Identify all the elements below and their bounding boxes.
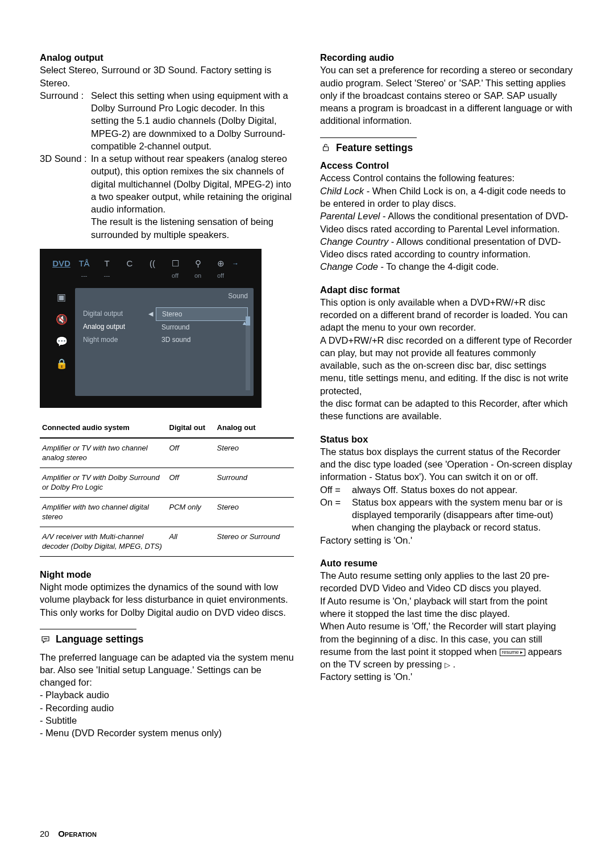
osd-tab: ☐	[164, 258, 186, 269]
label-child-lock: Child Lock	[320, 186, 364, 196]
heading-recording-audio: Recording audio	[320, 51, 574, 64]
heading-feature: Feature settings	[336, 141, 413, 155]
speech-bubble-icon	[40, 634, 51, 645]
label-on: On =	[320, 496, 352, 534]
osd-option: 3D sound	[156, 333, 248, 346]
list-item: Menu (DVD Recorder system menus only)	[40, 727, 294, 739]
text-access-intro: Access Control contains the following fe…	[320, 172, 574, 184]
label-3dsound: 3D Sound :	[40, 152, 91, 241]
svg-point-0	[44, 639, 44, 639]
section-language-settings: Language settings	[40, 629, 294, 646]
text-3dsound-2: The result is the listening sensation of…	[91, 216, 273, 239]
osd-tab: T	[96, 258, 118, 269]
osd-tab: TÅ	[73, 258, 96, 269]
label-change-country: Change Country	[320, 236, 388, 247]
list-item: Recording audio	[40, 702, 294, 714]
page-footer: 20 Operation	[40, 828, 574, 840]
svg-point-1	[45, 639, 45, 639]
text-adapt-3: the disc format can be adapted to this R…	[320, 397, 574, 423]
text-change-code: - To change the 4-digit code.	[378, 261, 499, 272]
osd-option-selected: Stereo	[156, 307, 248, 321]
osd-tab: ⊕	[209, 258, 232, 269]
osd-subtab: on	[186, 272, 209, 280]
osd-menu-item: Night mode	[83, 333, 151, 347]
text-auto-3: When Auto resume is 'Off,' the Recorder …	[320, 620, 574, 670]
audio-system-table: Connected audio system Digital out Analo…	[40, 418, 294, 557]
heading-status-box: Status box	[320, 433, 574, 445]
resume-icon-glyph: resume ▸	[500, 649, 526, 656]
table-row: Amplifier or TV with two channel analog …	[40, 438, 294, 468]
osd-tab: ((	[141, 258, 164, 269]
table-row: A/V receiver with Multi-channel decoder …	[40, 527, 294, 556]
text-adapt-1: This option is only available when a DVD…	[320, 296, 574, 334]
text-auto-foot: Factory setting is 'On.'	[320, 670, 574, 683]
lock-icon	[320, 142, 331, 153]
table-header: Connected audio system	[40, 418, 167, 438]
picture-icon: ▣	[57, 291, 66, 304]
osd-menu-item-selected: Analog output	[83, 320, 151, 333]
text-auto-1: The Auto resume setting only applies to …	[320, 569, 574, 595]
osd-tab: ⚲	[186, 258, 209, 269]
list-item: Subtitle	[40, 714, 294, 727]
text-language-intro: The preferred language can be adapted vi…	[40, 651, 294, 689]
osd-subtab: off	[164, 272, 186, 280]
osd-subtab: ---	[96, 272, 118, 280]
list-language-items: Playback audio Recording audio Subtitle …	[40, 688, 294, 739]
osd-subtab: off	[209, 272, 232, 280]
text-surround: Select this setting when using equipment…	[91, 89, 294, 152]
table-row: Amplifier with two channel digital stere…	[40, 497, 294, 527]
osd-scrollbar: ▲	[246, 316, 250, 390]
text-status-foot: Factory setting is 'On.'	[320, 534, 574, 546]
label-surround: Surround :	[40, 89, 91, 152]
text-off: always Off. Status boxes do not appear.	[352, 483, 574, 496]
text-auto-2: If Auto resume is 'On,' playback will st…	[320, 595, 574, 620]
osd-panel-title: Sound	[228, 291, 248, 301]
lock-icon: 🔒	[56, 358, 68, 371]
svg-rect-3	[323, 147, 329, 151]
text-3dsound-1: In a setup without rear speakers (analog…	[91, 153, 292, 214]
language-icon: 💬	[56, 336, 68, 349]
text-adapt-2: A DVD+RW/+R disc recorded on a different…	[320, 334, 574, 397]
heading-night-mode: Night mode	[40, 568, 294, 581]
list-item: Playback audio	[40, 688, 294, 701]
section-name: Operation	[58, 829, 97, 838]
osd-tab: C	[118, 258, 141, 269]
section-feature-settings: Feature settings	[320, 137, 574, 155]
text-night-mode: Night mode optimizes the dynamics of the…	[40, 581, 294, 619]
page-number: 20	[40, 828, 56, 840]
heading-access-control: Access Control	[320, 159, 574, 172]
table-row: Amplifier or TV with Dolby Surround or D…	[40, 468, 294, 497]
text-on: Status box appears with the system menu …	[352, 496, 574, 534]
heading-auto-resume: Auto resume	[320, 557, 574, 569]
label-parental-level: Parental Level	[320, 211, 380, 221]
play-icon-glyph: ▷	[445, 660, 450, 670]
label-off: Off =	[320, 483, 352, 496]
heading-analog-output: Analog output	[40, 51, 294, 64]
heading-language: Language settings	[56, 633, 144, 646]
osd-subtab: ---	[73, 272, 96, 280]
heading-adapt-disc: Adapt disc format	[320, 283, 574, 296]
osd-option: Surround	[156, 321, 248, 333]
osd-screenshot: DVD TÅ T C (( ☐ ⚲ ⊕ → --- --- off on off	[40, 249, 262, 408]
intro-analog-output: Select Stereo, Surround or 3D Sound. Fac…	[40, 64, 294, 89]
text-recording-audio: You can set a preference for recording a…	[320, 64, 574, 127]
osd-menu-item: Digital output	[83, 307, 151, 320]
text-status-intro: The status box displays the current stat…	[320, 445, 574, 483]
sound-icon: 🔇	[56, 314, 68, 327]
svg-point-2	[47, 639, 47, 639]
label-change-code: Change Code	[320, 261, 378, 272]
osd-dvd-label: DVD	[50, 258, 73, 269]
table-header: Digital out	[167, 418, 215, 438]
table-header: Analog out	[215, 418, 294, 438]
list-analog-modes: Surround : Select this setting when usin…	[40, 89, 294, 241]
